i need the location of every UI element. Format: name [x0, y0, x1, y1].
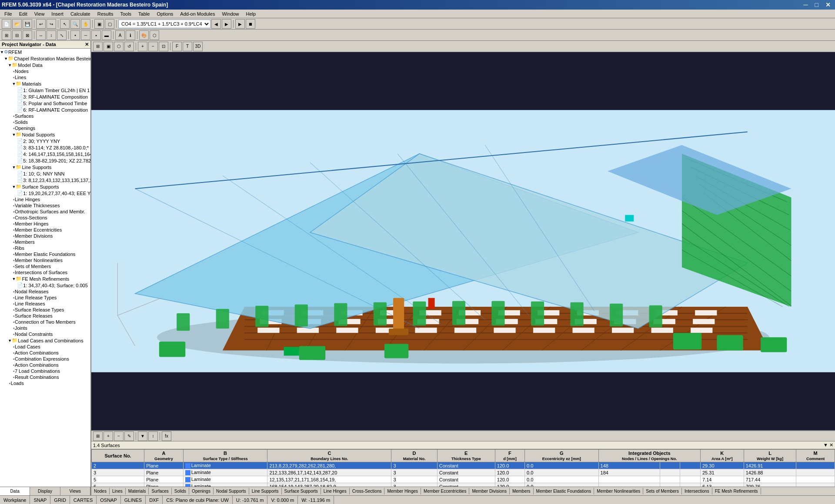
nav-item-loads[interactable]: ▪ Loads [0, 380, 90, 386]
bottom-tab-materials[interactable]: Materials [126, 488, 149, 494]
bottom-tab-member-elastic-foundations[interactable]: Member Elastic Foundations [534, 488, 595, 494]
vp-front[interactable]: F [172, 42, 182, 51]
nav-item-nodes[interactable]: ▪ Nodes [0, 68, 90, 74]
nav-item-mat1[interactable]: 📄 1: Glulam Timber GL24h | EN 1 [0, 87, 90, 93]
nav-item-crosssections[interactable]: ▪ Cross-Sections [0, 215, 90, 221]
vp-zoom-in[interactable]: + [138, 42, 147, 51]
tb-new[interactable]: 📄 [2, 19, 11, 29]
tb-run[interactable]: ▶ [235, 19, 245, 29]
bottom-tab-line-hinges[interactable]: Line Hinges [321, 488, 350, 494]
nav-item-joints[interactable]: ▪ Joints [0, 325, 90, 331]
nav-item-solids[interactable]: ▪ Solids [0, 119, 90, 125]
tb2-iso[interactable]: ⬡ [150, 30, 159, 40]
nav-tab-display[interactable]: Display [30, 487, 60, 495]
table-row[interactable]: 3 Plane Laminate 212,133,286,17,142,143,… [92, 469, 835, 476]
nav-item-variablethick[interactable]: ▪ Variable Thicknesses [0, 202, 90, 209]
nav-item-actioncombinations[interactable]: ▪ Action Combinations [0, 362, 90, 368]
nav-item-surfacereleasetypes[interactable]: ▪ Surface Release Types [0, 307, 90, 313]
bottom-tab-nodes[interactable]: Nodes [91, 488, 110, 494]
tb2-node[interactable]: • [70, 30, 80, 40]
bottom-tab-line-supports[interactable]: Line Supports [249, 488, 282, 494]
nav-item-ns4[interactable]: 📄 5: 18,38-82,199-201; XZ 22.7824 [0, 157, 90, 164]
nav-item-openings[interactable]: ▪ Openings [0, 125, 90, 131]
bottom-tab-surfaces[interactable]: Surfaces [149, 488, 171, 494]
close-button[interactable]: ✕ [823, 1, 833, 8]
menu-help[interactable]: Help [243, 10, 260, 17]
tb-zoom[interactable]: 🔍 [70, 19, 80, 29]
vp-fit[interactable]: ⊡ [159, 42, 168, 51]
nav-item-surfaces[interactable]: ▪ Surfaces [0, 113, 90, 119]
osnap-status[interactable]: OSNAP [97, 496, 121, 504]
nav-item-membernonlinear[interactable]: ▪ Member Nonlinearities [0, 257, 90, 263]
tb-next[interactable]: ▶ [222, 19, 231, 29]
table-row[interactable]: 6 Plane Laminate 168,154,19,143,287,20,1… [92, 483, 835, 487]
nav-item-fe1[interactable]: 📄 1: 34,37,40-43; Surface; 0.005 [0, 282, 90, 288]
data-table-wrapper[interactable]: Surface No. AGeometry BSurface Type / St… [91, 449, 835, 487]
tb2-6[interactable]: ⤡ [57, 30, 67, 40]
bottom-tab-member-hinges[interactable]: Member Hinges [384, 488, 421, 494]
nav-item-orthotropic[interactable]: ▪ Orthotropic Surfaces and Membr. [0, 209, 90, 215]
nav-item-modeldata[interactable]: ▼📁 Model Data [0, 62, 90, 68]
maximize-button[interactable]: □ [812, 1, 821, 8]
tb2-label[interactable]: A [115, 30, 125, 40]
tb2-color[interactable]: 🎨 [139, 30, 149, 40]
nav-item-linereleases[interactable]: ▪ Line Releases [0, 301, 90, 307]
tb-wireframe[interactable]: ▢ [105, 19, 114, 29]
nav-tab-data[interactable]: Data [0, 487, 30, 495]
nav-item-setsofmembers[interactable]: ▪ Sets of Members [0, 263, 90, 269]
nav-item-materials[interactable]: ▼📁 Materials [0, 80, 90, 87]
menu-file[interactable]: File [1, 10, 16, 17]
nav-item-mat3[interactable]: 📄 3: RF-LAMINATE Composition [0, 93, 90, 100]
vp-zoom-out[interactable]: − [148, 42, 158, 51]
menu-addon[interactable]: Add-on Modules [177, 10, 218, 17]
navigator-close-icon[interactable]: ✕ [85, 42, 89, 47]
vp-tb4[interactable]: ↺ [124, 42, 134, 51]
nav-item-surfacereleases[interactable]: ▪ Surface Releases [0, 313, 90, 319]
combination-dropdown[interactable]: CO4 = 1.35*LC1 + 1.5*LC3 + 0.9*LC4 [118, 20, 210, 28]
menu-table[interactable]: Table [135, 10, 153, 17]
bottom-tab-openings[interactable]: Openings [189, 488, 214, 494]
glines-status[interactable]: GLINES [121, 496, 146, 504]
table-formula[interactable]: fx [162, 431, 171, 441]
nav-item-linesupports[interactable]: ▼📁 Line Supports [0, 164, 90, 170]
menu-results[interactable]: Results [94, 10, 117, 17]
vp-tb1[interactable]: ⊞ [93, 42, 103, 51]
tb-render[interactable]: ▣ [94, 19, 104, 29]
menu-options[interactable]: Options [153, 10, 177, 17]
nav-item-loadcases[interactable]: ▼📁 Load Cases and Combinations [0, 337, 90, 344]
nav-item-memberelastic[interactable]: ▪ Member Elastic Foundations [0, 251, 90, 257]
vp-tb3[interactable]: ⬡ [114, 42, 124, 51]
bottom-tab-member-divisions[interactable]: Member Divisions [469, 488, 509, 494]
tb-pan[interactable]: ✋ [81, 19, 90, 29]
minimize-button[interactable]: ─ [801, 1, 811, 8]
tb-select[interactable]: ↖ [60, 19, 70, 29]
bottom-close-icon[interactable]: ✕ [829, 442, 833, 448]
nav-item-memberdivisions[interactable]: ▪ Member Divisions [0, 233, 90, 239]
menu-edit[interactable]: Edit [16, 10, 31, 17]
tb-save[interactable]: 💾 [23, 19, 32, 29]
tb2-info[interactable]: ℹ [126, 30, 135, 40]
bottom-tab-member-nonlinearities[interactable]: Member Nonlinearities [594, 488, 643, 494]
tb2-4[interactable]: ↔ [36, 30, 46, 40]
table-row[interactable]: 5 Plane Laminate 12,135,137,21,171,168,1… [92, 476, 835, 483]
snap-status[interactable]: SNAP [30, 496, 50, 504]
nav-item-actioncombinations2[interactable]: ▪ Action Combinations [0, 350, 90, 356]
tb2-1[interactable]: ⊞ [2, 30, 11, 40]
tb-open[interactable]: 📂 [12, 19, 22, 29]
nav-item-mat6[interactable]: 📄 6: RF-LAMINATE Composition [0, 106, 90, 113]
nav-item-ns3[interactable]: 📄 4: 146,147,153,156,158,161,164, [0, 151, 90, 157]
bottom-tab-fe-mesh-refinements[interactable]: FE Mesh Refinements [712, 488, 761, 494]
cartes-status[interactable]: CARTES [70, 496, 97, 504]
bottom-tab-members[interactable]: Members [510, 488, 534, 494]
nav-item-nodalreleases[interactable]: ▪ Nodal Releases [0, 288, 90, 295]
nav-item-ls2[interactable]: 📄 3: 8,12,23,43,132,133,135,137,18 [0, 177, 90, 183]
nav-item-chapel[interactable]: ▼📁 Chapel Restoration Maderas Besteiro S… [0, 55, 90, 62]
bottom-tab-surface-supports[interactable]: Surface Supports [282, 488, 321, 494]
nav-item-memberhinges[interactable]: ▪ Member Hinges [0, 221, 90, 227]
table-tb1[interactable]: ⊞ [93, 431, 103, 441]
menu-tools[interactable]: Tools [117, 10, 135, 17]
bottom-minimize-icon[interactable]: ▼ [823, 442, 828, 448]
tb-undo[interactable]: ↩ [36, 19, 46, 29]
nav-item-connectiontwo[interactable]: ▪ Connection of Two Members [0, 319, 90, 325]
dxf-status[interactable]: DXF [146, 496, 163, 504]
